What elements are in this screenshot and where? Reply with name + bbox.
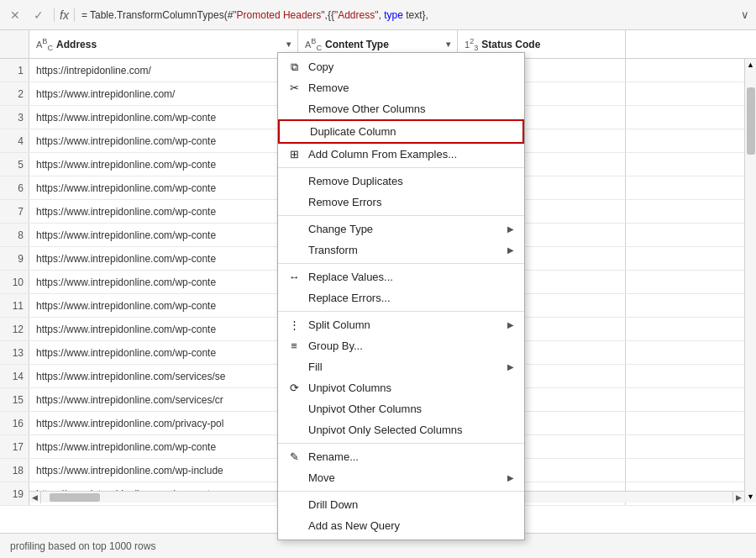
menu-item-unpivot-other-columns[interactable]: Unpivot Other Columns: [278, 398, 524, 419]
cell-address[interactable]: https://www.intrepidonline.com/wp-conte: [29, 341, 298, 364]
menu-item-unpivot-columns[interactable]: ⟳Unpivot Columns: [278, 377, 524, 398]
menu-item-label: Replace Errors...: [308, 292, 514, 304]
menu-separator: [278, 215, 524, 216]
cell-address[interactable]: https://www.intrepidonline.com/wp-conte: [29, 106, 298, 129]
menu-separator: [278, 443, 524, 444]
cell-address[interactable]: https://www.intrepidonline.com/wp-includ…: [29, 459, 298, 482]
cell-address[interactable]: https://intrepidonline.com/: [29, 59, 298, 82]
menu-item-label: Duplicate Column: [310, 125, 512, 138]
menu-item-label: Transform: [308, 244, 502, 256]
cell-address[interactable]: https://www.intrepidonline.com/wp-conte: [29, 247, 298, 270]
menu-item-split-column[interactable]: ⋮Split Column▶: [278, 314, 524, 335]
cell-address[interactable]: https://www.intrepidonline.com/wp-conte: [29, 129, 298, 152]
menu-item-transform[interactable]: Transform▶: [278, 240, 524, 261]
row-number: 18: [0, 459, 29, 482]
menu-item-copy[interactable]: ⧉Copy: [278, 56, 524, 77]
content-type-badge: ABC: [305, 37, 322, 52]
scroll-down-button[interactable]: ▼: [745, 491, 757, 503]
submenu-arrow-icon: ▶: [507, 224, 514, 234]
menu-item-label: Change Type: [308, 223, 502, 235]
menu-item-label: Unpivot Columns: [308, 382, 514, 394]
menu-item-label: Split Column: [308, 318, 502, 331]
content-col-label: Content Type: [325, 39, 389, 50]
cell-address[interactable]: https://www.intrepidonline.com/services/…: [29, 388, 298, 411]
status-col-label: Status Code: [481, 39, 540, 50]
row-number: 7: [0, 200, 29, 223]
menu-item-duplicate-column[interactable]: Duplicate Column: [278, 119, 524, 144]
scroll-right-button[interactable]: ▶: [732, 492, 744, 503]
cell-address[interactable]: https://www.intrepidonline.com/privacy-p…: [29, 412, 298, 434]
cell-address[interactable]: https://www.intrepidonline.com/wp-conte: [29, 224, 298, 246]
h-scroll-thumb[interactable]: [50, 493, 100, 502]
scroll-thumb[interactable]: [747, 87, 755, 155]
copy-icon: ⧉: [286, 61, 302, 74]
fx-label: fx: [54, 8, 75, 22]
menu-item-label: Add Column From Examples...: [308, 148, 514, 161]
cell-address[interactable]: https://www.intrepidonline.com/wp-conte: [29, 200, 298, 223]
menu-item-move[interactable]: Move▶: [278, 467, 524, 488]
menu-item-drill-down[interactable]: Drill Down: [278, 494, 524, 515]
submenu-arrow-icon: ▶: [507, 473, 514, 482]
menu-item-label: Unpivot Other Columns: [308, 403, 514, 415]
row-number: 2: [0, 82, 29, 105]
rename-icon: ✎: [286, 450, 302, 463]
close-icon[interactable]: ✕: [7, 7, 24, 24]
menu-item-label: Group By...: [308, 340, 514, 352]
menu-item-change-type[interactable]: Change Type▶: [278, 218, 524, 240]
scroll-up-button[interactable]: ▲: [745, 59, 757, 71]
menu-item-replace-errors[interactable]: Replace Errors...: [278, 287, 524, 308]
cell-address[interactable]: https://www.intrepidonline.com/wp-conte: [29, 435, 298, 458]
menu-item-remove-errors[interactable]: Remove Errors: [278, 192, 524, 213]
cell-address[interactable]: https://www.intrepidonline.com/wp-conte: [29, 176, 298, 199]
cell-address[interactable]: https://www.intrepidonline.com/: [29, 82, 298, 105]
cell-address[interactable]: https://www.intrepidonline.com/wp-conte: [29, 271, 298, 293]
menu-item-group-by[interactable]: ≡Group By...: [278, 335, 524, 356]
menu-item-label: Unpivot Only Selected Columns: [308, 424, 514, 436]
row-number: 14: [0, 365, 29, 387]
unpivot-icon: ⟳: [286, 382, 302, 394]
cell-address[interactable]: https://www.intrepidonline.com/wp-conte: [29, 294, 298, 317]
menu-item-remove-other-columns[interactable]: Remove Other Columns: [278, 98, 524, 119]
expand-formula-icon[interactable]: ∨: [741, 8, 749, 21]
row-number: 19: [0, 482, 29, 505]
row-number: 13: [0, 341, 29, 364]
menu-item-unpivot-only-selected[interactable]: Unpivot Only Selected Columns: [278, 419, 524, 440]
cell-address[interactable]: https://www.intrepidonline.com/services/…: [29, 365, 298, 387]
formula-text: = Table.TransformColumnTypes(#"Promoted …: [81, 9, 734, 21]
row-number: 1: [0, 59, 29, 82]
scroll-left-button[interactable]: ◀: [29, 492, 41, 503]
menu-item-label: Remove Other Columns: [308, 103, 514, 115]
menu-item-remove[interactable]: ✂Remove: [278, 77, 524, 98]
row-number: 3: [0, 106, 29, 129]
menu-item-add-as-new-query[interactable]: Add as New Query: [278, 515, 524, 536]
menu-item-label: Replace Values...: [308, 271, 514, 283]
row-number-header: [0, 30, 29, 58]
menu-item-rename[interactable]: ✎Rename...: [278, 446, 524, 467]
address-type-badge: ABC: [36, 37, 53, 52]
content-filter-button[interactable]: ▾: [446, 39, 450, 49]
menu-item-label: Remove Errors: [308, 196, 514, 208]
column-header-address[interactable]: ABC Address ▾: [29, 30, 298, 58]
row-number: 8: [0, 224, 29, 246]
row-number: 4: [0, 129, 29, 152]
menu-separator: [278, 167, 524, 168]
menu-item-remove-duplicates[interactable]: Remove Duplicates: [278, 171, 524, 192]
menu-item-fill[interactable]: Fill▶: [278, 356, 524, 377]
menu-item-add-column-examples[interactable]: ⊞Add Column From Examples...: [278, 144, 524, 165]
menu-item-label: Add as New Query: [308, 519, 514, 532]
check-icon[interactable]: ✓: [30, 7, 47, 24]
menu-separator: [278, 263, 524, 264]
row-number: 15: [0, 388, 29, 411]
address-filter-button[interactable]: ▾: [286, 39, 291, 49]
menu-item-replace-values[interactable]: ↔Replace Values...: [278, 266, 524, 287]
cell-address[interactable]: https://www.intrepidonline.com/wp-conte: [29, 153, 298, 176]
status-type-badge: 123: [465, 37, 478, 52]
replace-icon: ↔: [286, 271, 302, 283]
cell-address[interactable]: https://www.intrepidonline.com/wp-conte: [29, 318, 298, 340]
vertical-scrollbar[interactable]: ▲ ▼: [744, 59, 756, 503]
menu-separator: [278, 491, 524, 492]
row-number: 10: [0, 271, 29, 293]
group-icon: ≡: [286, 340, 302, 352]
row-number: 16: [0, 412, 29, 434]
menu-item-label: Move: [308, 471, 502, 484]
